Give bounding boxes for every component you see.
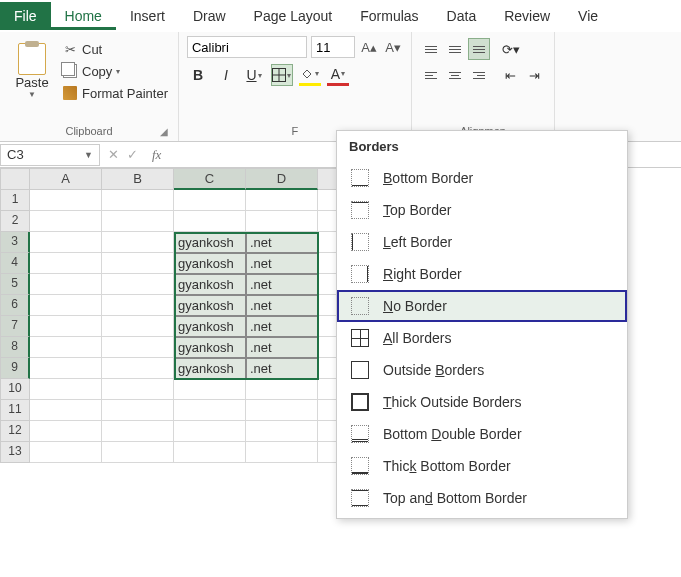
cell[interactable]: .net — [246, 358, 318, 379]
cell[interactable] — [102, 211, 174, 232]
border-option-none[interactable]: No Border — [337, 290, 627, 322]
increase-indent-button[interactable]: ⇥ — [524, 64, 546, 86]
cell[interactable] — [102, 316, 174, 337]
cell[interactable] — [102, 274, 174, 295]
row-header[interactable]: 12 — [0, 421, 30, 442]
underline-button[interactable]: U▾ — [243, 64, 265, 86]
border-option-right[interactable]: Right Border — [337, 258, 627, 290]
cell[interactable] — [246, 211, 318, 232]
cell[interactable]: .net — [246, 316, 318, 337]
row-header[interactable]: 1 — [0, 190, 30, 211]
cell[interactable] — [102, 421, 174, 442]
decrease-indent-button[interactable]: ⇤ — [500, 64, 522, 86]
cell[interactable] — [174, 400, 246, 421]
cell[interactable] — [30, 295, 102, 316]
cell[interactable] — [30, 253, 102, 274]
cell[interactable] — [246, 421, 318, 442]
cell[interactable] — [102, 337, 174, 358]
cell[interactable] — [30, 379, 102, 400]
fill-color-button[interactable]: ▾ — [299, 64, 321, 86]
tab-review[interactable]: Review — [490, 2, 564, 30]
row-header[interactable]: 10 — [0, 379, 30, 400]
cell[interactable]: .net — [246, 253, 318, 274]
cell[interactable] — [246, 190, 318, 211]
align-middle-button[interactable] — [444, 38, 466, 60]
cell[interactable]: .net — [246, 295, 318, 316]
tab-home[interactable]: Home — [51, 2, 116, 30]
align-left-button[interactable] — [420, 64, 442, 86]
cell[interactable] — [102, 253, 174, 274]
cell[interactable] — [30, 190, 102, 211]
font-color-button[interactable]: A ▾ — [327, 64, 349, 86]
paste-button[interactable]: Paste ▼ — [8, 36, 56, 106]
border-option-thb[interactable]: Thick Bottom Border — [337, 450, 627, 482]
tab-data[interactable]: Data — [433, 2, 491, 30]
tab-file[interactable]: File — [0, 2, 51, 30]
cell[interactable] — [174, 211, 246, 232]
column-header[interactable]: D — [246, 168, 318, 190]
copy-button[interactable]: Copy ▾ — [60, 62, 170, 80]
border-option-tb[interactable]: Top and Bottom Border — [337, 482, 627, 514]
font-size-select[interactable] — [311, 36, 355, 58]
cell[interactable]: .net — [246, 337, 318, 358]
row-header[interactable]: 4 — [0, 253, 30, 274]
fx-icon[interactable]: fx — [146, 147, 167, 163]
decrease-font-icon[interactable]: A▾ — [383, 36, 403, 58]
cell[interactable] — [174, 421, 246, 442]
cell[interactable] — [102, 232, 174, 253]
italic-button[interactable]: I — [215, 64, 237, 86]
align-right-button[interactable] — [468, 64, 490, 86]
row-header[interactable]: 2 — [0, 211, 30, 232]
cell[interactable] — [174, 190, 246, 211]
border-option-thick[interactable]: Thick Outside Borders — [337, 386, 627, 418]
cell[interactable] — [30, 421, 102, 442]
row-header[interactable]: 5 — [0, 274, 30, 295]
cell[interactable] — [30, 316, 102, 337]
row-header[interactable]: 9 — [0, 358, 30, 379]
cell[interactable] — [30, 337, 102, 358]
cell[interactable]: gyankosh — [174, 358, 246, 379]
cell[interactable] — [30, 274, 102, 295]
align-center-button[interactable] — [444, 64, 466, 86]
border-option-left[interactable]: Left Border — [337, 226, 627, 258]
cell[interactable] — [246, 442, 318, 463]
row-header[interactable]: 13 — [0, 442, 30, 463]
cell[interactable] — [102, 295, 174, 316]
cell[interactable]: .net — [246, 274, 318, 295]
cell[interactable] — [246, 400, 318, 421]
cell[interactable] — [102, 190, 174, 211]
cut-button[interactable]: ✂ Cut — [60, 40, 170, 58]
border-option-top[interactable]: Top Border — [337, 194, 627, 226]
orientation-button[interactable]: ⟳▾ — [500, 38, 522, 60]
cell[interactable]: gyankosh — [174, 316, 246, 337]
cell[interactable]: gyankosh — [174, 337, 246, 358]
border-option-outside[interactable]: Outside Borders — [337, 354, 627, 386]
cell[interactable] — [102, 358, 174, 379]
column-header[interactable]: B — [102, 168, 174, 190]
tab-draw[interactable]: Draw — [179, 2, 240, 30]
cell[interactable] — [30, 232, 102, 253]
tab-formulas[interactable]: Formulas — [346, 2, 432, 30]
dialog-launcher-icon[interactable]: ◢ — [160, 126, 168, 137]
increase-font-icon[interactable]: A▴ — [359, 36, 379, 58]
border-option-dbl[interactable]: Bottom Double Border — [337, 418, 627, 450]
cell[interactable]: gyankosh — [174, 232, 246, 253]
align-bottom-button[interactable] — [468, 38, 490, 60]
column-header[interactable]: C — [174, 168, 246, 190]
cell[interactable] — [174, 379, 246, 400]
cell[interactable] — [102, 400, 174, 421]
cell[interactable] — [30, 442, 102, 463]
bold-button[interactable]: B — [187, 64, 209, 86]
tab-insert[interactable]: Insert — [116, 2, 179, 30]
tab-page-layout[interactable]: Page Layout — [240, 2, 347, 30]
row-header[interactable]: 8 — [0, 337, 30, 358]
name-box[interactable]: C3 ▼ — [0, 144, 100, 166]
column-header[interactable]: A — [30, 168, 102, 190]
border-option-bottom[interactable]: Bottom Border — [337, 162, 627, 194]
row-header[interactable]: 3 — [0, 232, 30, 253]
cell[interactable]: .net — [246, 232, 318, 253]
cell[interactable] — [30, 400, 102, 421]
borders-button[interactable]: ▾ — [271, 64, 293, 86]
cell[interactable] — [174, 442, 246, 463]
cancel-icon[interactable]: ✕ — [108, 147, 119, 162]
